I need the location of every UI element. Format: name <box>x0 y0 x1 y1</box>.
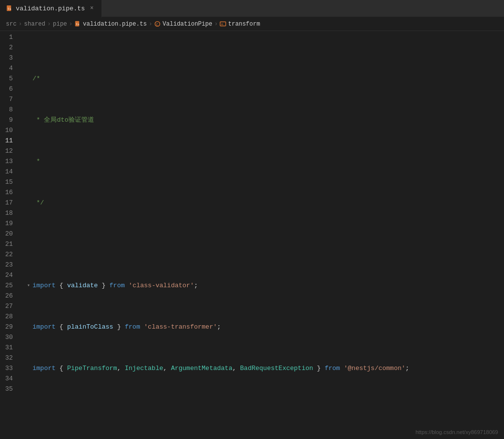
code-line-9 <box>25 405 504 415</box>
ln-35: 35 <box>0 384 17 394</box>
code-area[interactable]: /* * 全局dto验证管道 * */ import { validate } … <box>21 31 504 439</box>
code-line-4: */ <box>25 198 504 208</box>
crumb-method: m transform <box>220 21 260 28</box>
ln-25: 25 <box>0 280 17 291</box>
ln-30: 30 <box>0 332 17 342</box>
ln-5: 5 <box>0 73 17 84</box>
ln-17: 17 <box>0 198 17 208</box>
crumb-src: src <box>6 21 17 28</box>
code-line-8: import { PipeTransform, Injectable, Argu… <box>25 363 504 373</box>
breadcrumb: src › shared › pipe › ts validation.pipe… <box>0 17 504 31</box>
collapse-6[interactable] <box>25 282 33 290</box>
ln-33: 33 <box>0 363 17 373</box>
tab-close-button[interactable]: × <box>88 4 96 12</box>
svg-text:m: m <box>221 23 223 26</box>
ln-14: 14 <box>0 167 17 177</box>
ln-6: 6 <box>0 84 17 94</box>
ln-7: 7 <box>0 94 17 104</box>
ln-20: 20 <box>0 229 17 239</box>
crumb-method-icon: m <box>220 21 226 27</box>
ln-32: 32 <box>0 353 17 363</box>
file-icon: ts <box>6 5 13 12</box>
crumb-shared: shared <box>24 21 45 28</box>
ln-11: 11 <box>0 135 17 146</box>
sep2: › <box>47 21 51 28</box>
ln-27: 27 <box>0 301 17 311</box>
ln-19: 19 <box>0 218 17 229</box>
tab-label: validation.pipe.ts <box>16 5 85 12</box>
code-line-2: * 全局dto验证管道 <box>25 115 504 125</box>
ln-9: 9 <box>0 115 17 125</box>
crumb-file-icon: ts <box>74 21 81 27</box>
ln-1: 1 <box>0 32 17 42</box>
ln-8: 8 <box>0 104 17 115</box>
crumb-pipe: pipe <box>53 21 67 28</box>
code-line-1: /* <box>25 73 504 84</box>
sep3: › <box>69 21 72 28</box>
ln-15: 15 <box>0 177 17 187</box>
ln-34: 34 <box>0 373 17 384</box>
ln-26: 26 <box>0 291 17 301</box>
ln-31: 31 <box>0 342 17 353</box>
editor: 1 2 3 4 5 6 7 8 9 10 11 12 13 14 15 16 1… <box>0 31 504 439</box>
tab-validation-pipe[interactable]: ts validation.pipe.ts × <box>0 0 102 17</box>
ln-3: 3 <box>0 53 17 63</box>
ln-13: 13 <box>0 156 17 167</box>
ln-24: 24 <box>0 270 17 280</box>
svg-text:ts: ts <box>76 23 80 26</box>
ln-12: 12 <box>0 146 17 156</box>
ln-2: 2 <box>0 42 17 53</box>
ln-28: 28 <box>0 311 17 322</box>
code-line-6: import { validate } from 'class-validato… <box>25 280 504 291</box>
tab-bar: ts validation.pipe.ts × <box>0 0 504 17</box>
sep1: › <box>19 21 22 28</box>
ln-29: 29 <box>0 322 17 332</box>
code-line-5 <box>25 239 504 249</box>
sep5: › <box>214 21 218 28</box>
code-line-7: import { plainToClass } from 'class-tran… <box>25 322 504 332</box>
ln-21: 21 <box>0 239 17 249</box>
ln-10: 10 <box>0 125 17 135</box>
ln-18: 18 <box>0 208 17 218</box>
ln-16: 16 <box>0 187 17 198</box>
line-numbers: 1 2 3 4 5 6 7 8 9 10 11 12 13 14 15 16 1… <box>0 31 21 439</box>
ln-23: 23 <box>0 260 17 270</box>
ln-22: 22 <box>0 249 17 260</box>
sep4: › <box>149 21 152 28</box>
svg-text:C: C <box>156 23 158 27</box>
crumb-file: ts validation.pipe.ts <box>74 21 147 28</box>
svg-text:ts: ts <box>8 7 12 10</box>
watermark: https://blog.csdn.net/xy869718069 <box>415 429 498 435</box>
code-line-3: * <box>25 156 504 167</box>
ln-4: 4 <box>0 63 17 73</box>
crumb-class-icon: C <box>154 21 161 27</box>
crumb-class: C ValidationPipe <box>154 21 212 28</box>
